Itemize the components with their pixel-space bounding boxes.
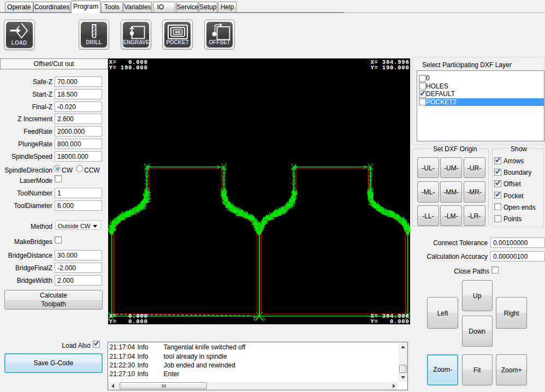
svg-text:Y= 190.000: Y= 190.000 <box>109 64 148 71</box>
svg-text:Y= 190.000: Y= 190.000 <box>371 64 410 71</box>
svg-text:Y= 0.000: Y= 0.000 <box>109 318 148 325</box>
svg-text:Y= 0.000: Y= 0.000 <box>371 318 410 325</box>
